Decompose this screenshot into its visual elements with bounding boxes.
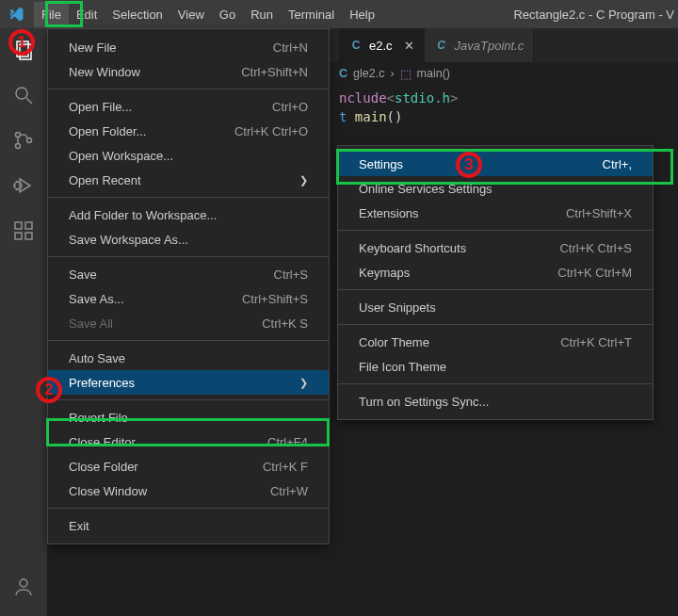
- menu-item-label: New File: [69, 41, 245, 55]
- activity-bar: [0, 28, 47, 616]
- pref_menu-item[interactable]: User Snippets: [338, 295, 653, 319]
- menu-separator: [48, 399, 329, 400]
- file_menu-item[interactable]: SaveCtrl+S: [48, 262, 329, 286]
- menu-item-label: Open Folder...: [69, 124, 206, 138]
- menu-item-label: Online Services Settings: [359, 182, 632, 196]
- extensions-icon[interactable]: [11, 219, 36, 243]
- pref_menu-item[interactable]: Turn on Settings Sync...: [338, 389, 653, 413]
- menu-item-shortcut: Ctrl+K Ctrl+M: [557, 266, 632, 280]
- menu-item-shortcut: Ctrl+Shift+X: [566, 206, 632, 220]
- file_menu-item[interactable]: Preferences❯: [48, 370, 329, 395]
- menu-item-label: Keymaps: [359, 266, 529, 280]
- tab-inactive[interactable]: C JavaTpoint.c: [425, 28, 535, 62]
- breadcrumb-file: gle2.c: [353, 67, 384, 80]
- explorer-icon[interactable]: [11, 38, 36, 62]
- menu-item-label: Revert File: [69, 411, 308, 425]
- menu-separator: [338, 324, 653, 325]
- source-control-icon[interactable]: [11, 128, 36, 153]
- file_menu-item[interactable]: Open File...Ctrl+O: [48, 94, 329, 119]
- breadcrumb-func: main(): [417, 67, 450, 80]
- menu-item-label: User Snippets: [359, 300, 632, 315]
- menu-separator: [338, 383, 653, 384]
- file_menu-item[interactable]: Revert File: [48, 405, 329, 430]
- file_menu-item[interactable]: Add Folder to Workspace...: [48, 203, 329, 227]
- menu-item-shortcut: Ctrl+K Ctrl+T: [560, 335, 632, 349]
- menu-item-label: Save All: [69, 316, 234, 331]
- vscode-logo-icon: [8, 6, 24, 23]
- file_menu-item[interactable]: Close FolderCtrl+K F: [48, 454, 329, 478]
- menu-item-label: Preferences: [69, 376, 271, 390]
- file_menu-item: Save AllCtrl+K S: [48, 311, 329, 335]
- menu-item-label: Save: [69, 267, 246, 282]
- pref_menu-item[interactable]: SettingsCtrl+,: [338, 152, 653, 176]
- cube-icon: ⬚: [400, 67, 412, 81]
- menu-item-label: Open Workspace...: [69, 149, 308, 163]
- pref_menu-item[interactable]: Online Services Settings: [338, 176, 653, 201]
- svg-point-6: [27, 138, 32, 143]
- tab-active[interactable]: C e2.c ✕: [339, 28, 425, 62]
- pref_menu-item[interactable]: ExtensionsCtrl+Shift+X: [338, 201, 653, 225]
- svg-rect-13: [15, 233, 22, 239]
- menu-separator: [338, 289, 653, 290]
- pref_menu-item[interactable]: KeymapsCtrl+K Ctrl+M: [338, 260, 653, 284]
- menu-item-label: Save Workspace As...: [69, 233, 308, 247]
- svg-point-4: [16, 133, 21, 138]
- file_menu-item[interactable]: New WindowCtrl+Shift+N: [48, 59, 329, 84]
- menu-item-label: Close Folder: [69, 460, 234, 474]
- menu-separator: [48, 256, 329, 257]
- menu-item-label: Auto Save: [69, 351, 308, 365]
- menu-item-label: New Window: [69, 65, 213, 79]
- code-line: nclude<stdio.h>: [339, 89, 678, 107]
- svg-rect-15: [25, 222, 32, 229]
- tab-label: JavaTpoint.c: [455, 39, 525, 53]
- file_menu-item[interactable]: Save Workspace As...: [48, 227, 329, 251]
- menu-file[interactable]: File: [34, 2, 69, 27]
- menu-item-shortcut: Ctrl+K Ctrl+S: [559, 241, 632, 255]
- chevron-right-icon: ❯: [299, 174, 308, 186]
- close-icon[interactable]: ✕: [404, 39, 414, 53]
- menu-separator: [48, 508, 329, 509]
- menu-item-shortcut: Ctrl+Shift+N: [241, 65, 308, 79]
- menubar: File Edit Selection View Go Run Terminal…: [0, 0, 678, 28]
- menu-separator: [338, 230, 653, 231]
- file_menu-item[interactable]: Auto Save: [48, 346, 329, 370]
- svg-point-5: [16, 144, 21, 149]
- file_menu-item[interactable]: Exit: [48, 513, 329, 538]
- menu-go[interactable]: Go: [212, 2, 243, 27]
- menu-item-label: Close Editor: [69, 435, 239, 449]
- pref_menu-item[interactable]: Color ThemeCtrl+K Ctrl+T: [338, 330, 653, 354]
- accounts-icon[interactable]: [11, 575, 36, 599]
- menu-item-label: Open Recent: [69, 173, 271, 187]
- menu-item-label: Keyboard Shortcuts: [359, 241, 531, 255]
- menu-separator: [48, 89, 329, 89]
- search-icon[interactable]: [11, 83, 36, 107]
- menu-help[interactable]: Help: [342, 2, 382, 27]
- menu-item-label: Extensions: [359, 206, 538, 220]
- pref_menu-item[interactable]: Keyboard ShortcutsCtrl+K Ctrl+S: [338, 235, 653, 260]
- svg-point-2: [16, 88, 27, 99]
- file_menu-item[interactable]: New FileCtrl+N: [48, 35, 329, 59]
- menu-view[interactable]: View: [170, 2, 212, 27]
- menu-run[interactable]: Run: [243, 2, 281, 27]
- menu-selection[interactable]: Selection: [105, 2, 170, 27]
- chevron-right-icon: ❯: [299, 377, 308, 389]
- run-debug-icon[interactable]: [11, 173, 36, 198]
- menu-item-label: Open File...: [69, 100, 244, 114]
- menu-item-label: Add Folder to Workspace...: [69, 208, 308, 222]
- menu-item-shortcut: Ctrl+S: [274, 267, 308, 282]
- file_menu-item[interactable]: Save As...Ctrl+Shift+S: [48, 286, 329, 311]
- menu-item-label: Color Theme: [359, 335, 532, 349]
- pref_menu-item[interactable]: File Icon Theme: [338, 354, 653, 379]
- file_menu-item[interactable]: Close WindowCtrl+W: [48, 478, 329, 503]
- file_menu-item[interactable]: Close EditorCtrl+F4: [48, 430, 329, 454]
- menu-item-shortcut: Ctrl+K Ctrl+O: [234, 124, 308, 138]
- file_menu-item[interactable]: Open Workspace...: [48, 143, 329, 168]
- menu-terminal[interactable]: Terminal: [281, 2, 342, 27]
- file_menu-item[interactable]: Open Folder...Ctrl+K Ctrl+O: [48, 119, 329, 143]
- code-line: t main(): [339, 107, 678, 126]
- svg-rect-12: [15, 222, 22, 229]
- file_menu-item[interactable]: Open Recent❯: [48, 168, 329, 192]
- menu-edit[interactable]: Edit: [69, 2, 105, 27]
- tab-label: e2.c: [369, 39, 393, 53]
- svg-point-16: [20, 579, 27, 587]
